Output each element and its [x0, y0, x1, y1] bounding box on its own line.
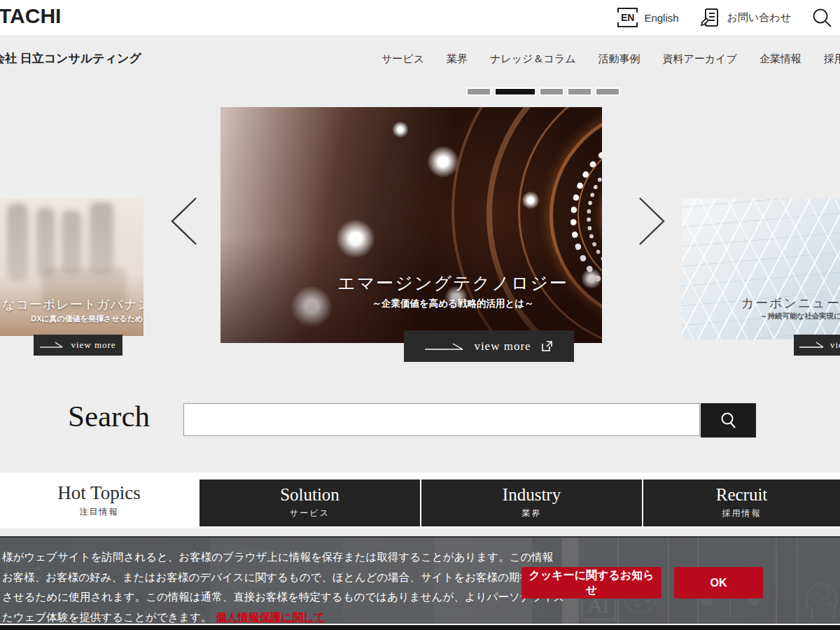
carousel-slide-emerging-technology[interactable]: エマージングテクノロジー ～企業価値を高める戦略的活用とは～: [220, 107, 602, 343]
carousel-slide-governance[interactable]: なコーポレートガバナンス DXに真の価値を発揮させるために: [0, 198, 144, 336]
nav-item-archive[interactable]: 資料アーカイブ: [663, 52, 737, 66]
en-language-icon: EN: [617, 8, 638, 27]
slide-title: カーボンニュートラル: [741, 295, 840, 312]
view-more-button-left[interactable]: view more: [34, 335, 122, 356]
language-label: English: [644, 12, 678, 24]
tab-sublabel: サービス: [200, 507, 420, 519]
bottom-dark-bar: [0, 625, 840, 630]
slide-title: エマージングテクノロジー: [330, 272, 575, 295]
view-more-label: view more: [830, 340, 840, 351]
tab-recruit[interactable]: Recruit 採用情報: [642, 479, 840, 526]
cookie-consent-banner: 様がウェブサイトを訪問されると、お客様のブラウザ上に情報を保存または取得すること…: [0, 536, 840, 624]
header-utilities: EN English お問い合わせ: [617, 0, 833, 35]
slide-subtitle: DXに真の価値を発揮させるために: [31, 314, 144, 324]
tab-solution[interactable]: Solution サービス: [198, 479, 420, 526]
long-arrow-icon: [40, 341, 64, 349]
carousel-indicator[interactable]: [468, 89, 490, 94]
nav-item-industry[interactable]: 業界: [447, 52, 468, 66]
nav-item-cases[interactable]: 活動事例: [598, 52, 640, 66]
tab-label: Solution: [200, 485, 420, 505]
company-name[interactable]: 会社 日立コンサルティング: [0, 50, 141, 66]
main-nav: サービス 業界 ナレッジ＆コラム 活動事例 資料アーカイブ 企業情報 採用: [382, 52, 840, 66]
hitachi-logo[interactable]: TACHI: [0, 4, 61, 28]
tab-sublabel: 採用情報: [643, 507, 840, 519]
top-header: TACHI EN English お問い合わせ: [0, 0, 840, 35]
carousel-slide-carbon-neutral[interactable]: カーボンニュートラル ～持続可能な社会実現に: [682, 198, 840, 340]
nav-item-recruit[interactable]: 採用: [824, 52, 840, 66]
long-arrow-icon: [425, 342, 464, 351]
tab-label: Industry: [421, 485, 642, 505]
search-input[interactable]: [183, 403, 700, 436]
site-nav-band: 会社 日立コンサルティング サービス 業界 ナレッジ＆コラム 活動事例 資料アー…: [0, 35, 840, 78]
search-section-label: Search: [68, 399, 150, 433]
nav-item-knowledge[interactable]: ナレッジ＆コラム: [490, 52, 575, 66]
cookie-ok-button[interactable]: OK: [674, 567, 763, 598]
long-arrow-icon: [799, 341, 825, 349]
contact-label: お問い合わせ: [727, 11, 791, 24]
carousel-indicator[interactable]: [540, 89, 563, 94]
carousel-indicators: [468, 89, 619, 94]
contact-link[interactable]: お問い合わせ: [700, 7, 791, 28]
privacy-policy-link[interactable]: 個人情報保護に関して: [216, 611, 326, 623]
carousel-prev-arrow[interactable]: [168, 196, 199, 246]
cookie-consent-text: 様がウェブサイトを訪問されると、お客様のブラウザ上に情報を保存または取得すること…: [2, 547, 520, 627]
carousel-next-arrow[interactable]: [637, 196, 668, 246]
carousel-indicator[interactable]: [596, 89, 619, 94]
nav-item-services[interactable]: サービス: [382, 52, 424, 66]
nav-item-corporate[interactable]: 企業情報: [760, 52, 802, 66]
tab-sublabel: 業界: [421, 507, 642, 519]
cookie-text-line: 様がウェブサイトを訪問されると、お客様のブラウザ上に情報を保存または取得すること…: [2, 547, 520, 568]
view-more-button-center[interactable]: view more: [404, 330, 574, 362]
inquiry-form-icon: [700, 7, 721, 28]
cookie-text-line: お客様、お客様の好み、またはお客様のデバイスに関するもので、ほとんどの場合、サイ…: [2, 568, 520, 588]
carousel-indicator[interactable]: [568, 89, 591, 94]
tab-hot-topics[interactable]: Hot Topics 注目情報: [0, 472, 198, 528]
search-icon[interactable]: [811, 6, 833, 29]
cookie-notice-button[interactable]: クッキーに関するお知らせ: [522, 567, 662, 598]
tab-label: Recruit: [643, 485, 840, 505]
page: TACHI EN English お問い合わせ: [0, 0, 840, 630]
search-submit-button[interactable]: [701, 403, 756, 438]
language-switch[interactable]: EN English: [617, 8, 679, 27]
slide-subtitle: ～企業価値を高める戦略的活用とは～: [330, 298, 575, 310]
view-more-label: view more: [71, 340, 115, 351]
slide-subtitle: ～持続可能な社会実現に: [760, 312, 840, 321]
tab-industry[interactable]: Industry 業界: [420, 479, 642, 526]
view-more-label: view more: [474, 340, 531, 354]
carousel-indicator-active[interactable]: [496, 89, 535, 94]
slide-title: なコーポレートガバナンス: [2, 296, 142, 313]
tab-sublabel: 注目情報: [0, 506, 198, 518]
search-button-icon: [718, 410, 739, 431]
cookie-text-line: させるために使用されます。この情報は通常、直接お客様を特定するものではありません…: [2, 587, 520, 608]
tab-label: Hot Topics: [0, 482, 198, 504]
cookie-text-line-tail: たウェブ体験を提供することができます。: [2, 611, 212, 623]
view-more-button-right[interactable]: view more: [794, 335, 840, 356]
external-link-icon: [541, 340, 553, 352]
